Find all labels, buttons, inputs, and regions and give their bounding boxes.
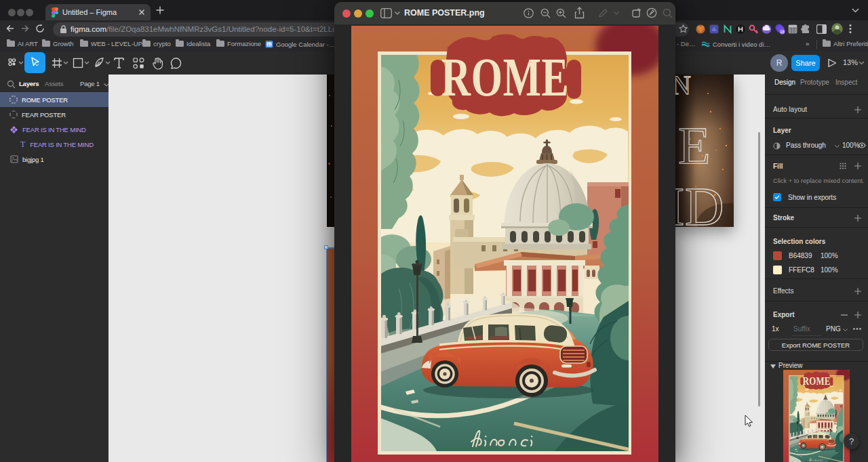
- svg-text:ID: ID: [675, 177, 724, 227]
- svg-text:18: 18: [781, 30, 785, 34]
- svg-text:N: N: [675, 75, 691, 100]
- svg-text:31: 31: [267, 43, 271, 47]
- svg-text:E: E: [678, 116, 711, 175]
